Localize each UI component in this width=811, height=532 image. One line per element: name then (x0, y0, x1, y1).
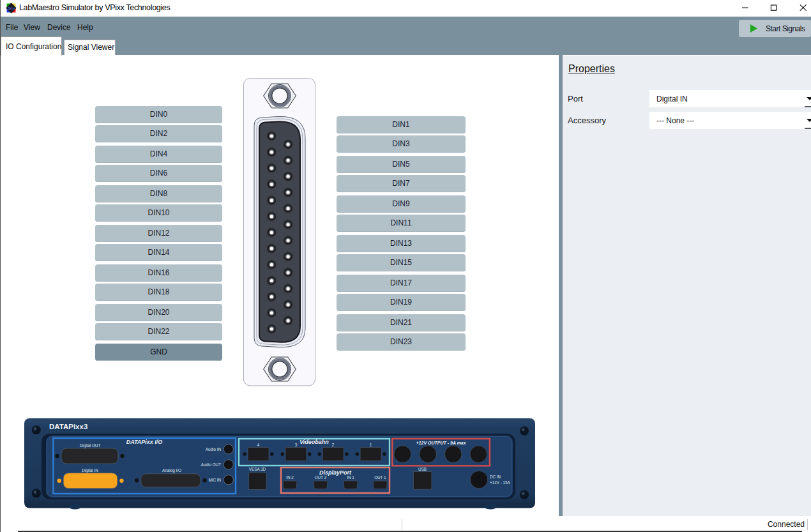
svg-text:DATAPixx I/O: DATAPixx I/O (126, 439, 163, 445)
svg-text:3: 3 (295, 443, 298, 447)
svg-text:4: 4 (257, 443, 260, 447)
svg-text:Digital IN: Digital IN (82, 468, 98, 473)
svg-text:OUT 2: OUT 2 (315, 475, 327, 480)
svg-text:Videobahn: Videobahn (299, 439, 329, 445)
svg-text:IN 1: IN 1 (347, 475, 354, 480)
svg-text:+12V - 15A: +12V - 15A (490, 480, 510, 485)
svg-text:1: 1 (370, 443, 372, 447)
svg-text:Sim: Sim (8, 6, 15, 10)
svg-text:VESA 3D: VESA 3D (249, 467, 266, 471)
svg-text:+12V OUTPUT - 9A max: +12V OUTPUT - 9A max (416, 441, 467, 445)
svg-text:IN 2: IN 2 (286, 475, 294, 480)
svg-text:2: 2 (332, 443, 335, 447)
svg-text:Audio IN: Audio IN (206, 447, 222, 452)
svg-text:MIC IN: MIC IN (208, 478, 221, 482)
svg-text:Audio OUT: Audio OUT (201, 462, 221, 467)
svg-text:Analog I/O: Analog I/O (162, 468, 181, 473)
svg-text:Digital OUT: Digital OUT (80, 443, 101, 448)
svg-text:USB: USB (418, 467, 427, 471)
svg-text:DC IN: DC IN (490, 475, 501, 479)
svg-text:DATAPixx3: DATAPixx3 (49, 423, 87, 430)
svg-text:OUT 1: OUT 1 (374, 475, 386, 480)
